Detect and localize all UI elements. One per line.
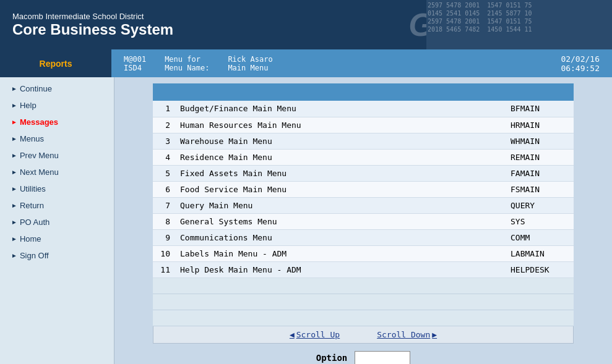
row-name: General Systems Menu	[175, 213, 506, 229]
sidebar-item-next-menu[interactable]: ► Next Menu	[0, 164, 114, 180]
table-row[interactable]: 10 Labels Main Menu - ADM LABMAIN	[153, 245, 574, 261]
sidebar-label-help: Help	[20, 101, 37, 110]
nav-date: 02/02/16 06:49:52	[561, 49, 612, 77]
option-input[interactable]	[355, 351, 410, 365]
date-display: 02/02/16	[561, 54, 600, 64]
sidebar-item-po-auth[interactable]: ► PO Auth	[0, 214, 114, 231]
menu-table: 1 Budget/Finance Main Menu BFMAIN 2 Huma…	[153, 83, 574, 326]
row-num: 5	[153, 165, 175, 181]
table-row[interactable]: 5 Fixed Assets Main Menu FAMAIN	[153, 165, 574, 181]
row-name: Help Desk Main Menu - ADM	[175, 261, 506, 277]
empty-row	[153, 294, 574, 310]
table-row[interactable]: 8 General Systems Menu SYS	[153, 213, 574, 229]
sidebar-item-menus[interactable]: ► Menus	[0, 130, 114, 147]
sidebar-label-menus: Menus	[20, 134, 44, 143]
row-name: Fixed Assets Main Menu	[175, 165, 506, 181]
content-area: 1 Budget/Finance Main Menu BFMAIN 2 Huma…	[114, 77, 612, 364]
row-num: 3	[153, 133, 175, 149]
table-row[interactable]: 6 Food Service Main Menu FSMAIN	[153, 181, 574, 197]
sidebar-label-sign-off: Sign Off	[20, 251, 49, 260]
menu-name-value: Main Menu	[228, 64, 272, 72]
arrow-icon: ►	[11, 169, 17, 176]
row-code: QUERY	[506, 197, 574, 213]
menu-id: M@001	[124, 55, 146, 64]
scroll-down-label: Scroll Down	[377, 330, 430, 339]
sidebar-item-home[interactable]: ► Home	[0, 231, 114, 247]
sidebar-item-prev-menu[interactable]: ► Prev Menu	[0, 147, 114, 164]
row-name: Warehouse Main Menu	[175, 133, 506, 149]
option-label: Option	[316, 353, 348, 363]
scroll-controls: ◀ Scroll Up Scroll Down ▶	[153, 326, 574, 344]
header-logo: Gen3 2597 5478 2001 1547 0151 75 0145 25…	[228, 0, 612, 49]
row-num: 6	[153, 181, 175, 197]
table-row[interactable]: 9 Communications Menu COMM	[153, 229, 574, 245]
row-name: Residence Main Menu	[175, 149, 506, 165]
arrow-icon: ►	[11, 102, 17, 109]
arrow-icon: ►	[11, 219, 17, 226]
district-label: ISD4	[124, 64, 146, 72]
user-name: Rick Asaro	[228, 55, 272, 64]
matrix-background: 2597 5478 2001 1547 0151 75 0145 2541 01…	[426, 0, 612, 49]
row-num: 4	[153, 149, 175, 165]
nav-info: M@001 ISD4 Menu for Menu Name: Rick Asar…	[111, 49, 561, 77]
table-row[interactable]: 7 Query Main Menu QUERY	[153, 197, 574, 213]
menu-name-label: Menu Name:	[165, 64, 209, 72]
row-num: 2	[153, 117, 175, 133]
arrow-icon: ►	[11, 185, 17, 192]
row-name: Budget/Finance Main Menu	[175, 101, 506, 117]
sidebar-label-home: Home	[20, 234, 41, 243]
arrow-icon: ►	[11, 152, 17, 159]
reports-label[interactable]: Reports	[0, 49, 111, 77]
row-name: Food Service Main Menu	[175, 181, 506, 197]
option-bar: Option	[316, 351, 411, 365]
sidebar-item-messages[interactable]: ► Messages	[0, 114, 114, 130]
sidebar-label-return: Return	[20, 201, 44, 210]
row-num: 8	[153, 213, 175, 229]
row-num: 9	[153, 229, 175, 245]
row-name: Human Resources Main Menu	[175, 117, 506, 133]
sidebar-label-utilities: Utilities	[20, 184, 46, 193]
table-row[interactable]: 4 Residence Main Menu REMAIN	[153, 149, 574, 165]
row-code: WHMAIN	[506, 133, 574, 149]
sidebar-label-next-menu: Next Menu	[20, 167, 59, 177]
sidebar-item-utilities[interactable]: ► Utilities	[0, 180, 114, 197]
row-code: HRMAIN	[506, 117, 574, 133]
arrow-icon: ►	[11, 119, 17, 125]
user-block: Rick Asaro Main Menu	[228, 55, 272, 72]
menu-for-label: Menu for	[165, 55, 209, 64]
table-row[interactable]: 2 Human Resources Main Menu HRMAIN	[153, 117, 574, 133]
navbar: Reports M@001 ISD4 Menu for Menu Name: R…	[0, 49, 612, 77]
sidebar-item-sign-off[interactable]: ► Sign Off	[0, 247, 114, 264]
sidebar-label-messages: Messages	[20, 117, 58, 127]
sidebar-item-continue[interactable]: ► Continue	[0, 80, 114, 97]
arrow-icon: ►	[11, 85, 17, 92]
table-row[interactable]: 3 Warehouse Main Menu WHMAIN	[153, 133, 574, 149]
row-code: REMAIN	[506, 149, 574, 165]
time-display: 06:49:52	[561, 64, 600, 73]
col-header-code	[506, 83, 574, 101]
row-code: BFMAIN	[506, 101, 574, 117]
row-code: FSMAIN	[506, 181, 574, 197]
scroll-up-link[interactable]: ◀ Scroll Up	[290, 330, 340, 339]
col-header-name	[175, 83, 506, 101]
empty-row	[153, 310, 574, 326]
scroll-up-label: Scroll Up	[296, 330, 340, 339]
row-name: Labels Main Menu - ADM	[175, 245, 506, 261]
row-code: HELPDESK	[506, 261, 574, 277]
table-row[interactable]: 11 Help Desk Main Menu - ADM HELPDESK	[153, 261, 574, 277]
row-num: 1	[153, 101, 175, 117]
row-name: Query Main Menu	[175, 197, 506, 213]
row-code: SYS	[506, 213, 574, 229]
col-header-num	[153, 83, 175, 101]
table-row[interactable]: 1 Budget/Finance Main Menu BFMAIN	[153, 101, 574, 117]
row-code: FAMAIN	[506, 165, 574, 181]
sidebar: ► Continue ► Help ► Messages ► Menus ► P…	[0, 77, 114, 364]
system-name: Core Business System	[12, 21, 173, 38]
sidebar-item-help[interactable]: ► Help	[0, 97, 114, 114]
sidebar-item-return[interactable]: ► Return	[0, 197, 114, 214]
empty-row	[153, 277, 574, 294]
sidebar-label-continue: Continue	[20, 84, 52, 93]
arrow-icon: ►	[11, 235, 17, 242]
school-name: Macomb Intermediate School District	[12, 12, 173, 21]
scroll-down-link[interactable]: Scroll Down ▶	[377, 330, 437, 339]
